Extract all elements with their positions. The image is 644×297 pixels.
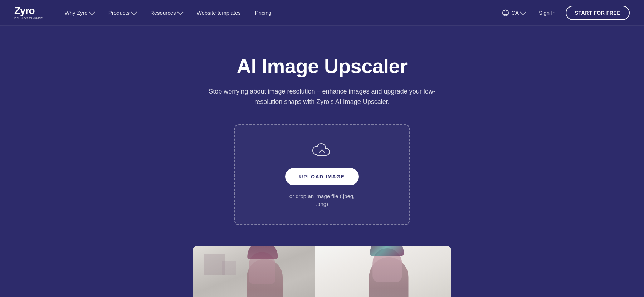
chevron-down-icon	[520, 9, 526, 15]
upload-dropzone[interactable]: UPLOAD IMAGE or drop an image file (.jpe…	[234, 124, 410, 225]
chevron-down-icon	[89, 9, 95, 15]
chevron-down-icon	[131, 9, 137, 15]
locale-selector[interactable]: CA	[498, 7, 529, 19]
logo[interactable]: Zyro BY HOSTINGER	[14, 6, 43, 20]
nav-item-resources[interactable]: Resources	[143, 0, 190, 26]
nav-item-pricing[interactable]: Pricing	[248, 0, 279, 26]
start-for-free-button[interactable]: START FOR FREE	[566, 6, 630, 20]
nav-right: CA Sign In START FOR FREE	[498, 6, 630, 20]
nav-links: Why Zyro Products Resources Website temp…	[58, 0, 499, 26]
chevron-down-icon	[177, 9, 183, 15]
preview-after	[315, 246, 451, 297]
preview-image	[193, 246, 451, 297]
signin-button[interactable]: Sign In	[535, 8, 560, 18]
upload-hint: or drop an image file (.jpeg, .png)	[289, 192, 355, 209]
preview-section	[0, 246, 644, 297]
logo-subtitle: BY HOSTINGER	[14, 16, 43, 20]
hero-subtitle: Stop worrying about image resolution – e…	[200, 86, 444, 107]
nav-item-website-templates[interactable]: Website templates	[190, 0, 248, 26]
globe-icon	[502, 9, 509, 16]
logo-name: Zyro	[14, 6, 35, 16]
preview-before	[193, 246, 315, 297]
upload-cloud-icon	[312, 141, 332, 161]
nav-item-products[interactable]: Products	[101, 0, 143, 26]
upload-image-button[interactable]: UPLOAD IMAGE	[285, 168, 359, 185]
hero-title: AI Image Upscaler	[236, 54, 407, 78]
main-content: AI Image Upscaler Stop worrying about im…	[0, 26, 644, 297]
navbar: Zyro BY HOSTINGER Why Zyro Products Reso…	[0, 0, 644, 26]
nav-item-why-zyro[interactable]: Why Zyro	[58, 0, 101, 26]
